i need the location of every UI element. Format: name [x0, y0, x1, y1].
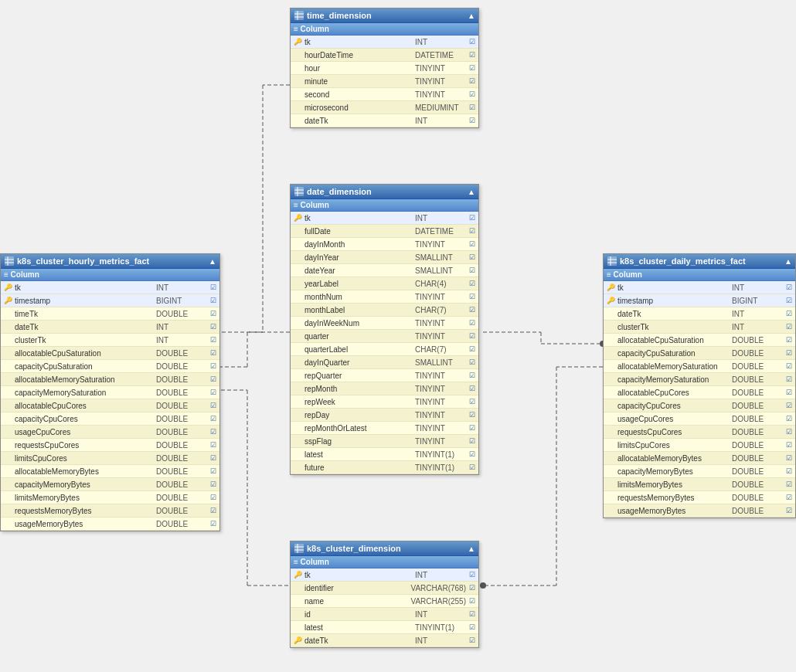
table-row: minute TINYINT ☑: [291, 75, 478, 88]
table-row: yearLabel CHAR(4) ☑: [291, 277, 478, 290]
table-row: 🔑 tk INT ☑: [291, 36, 478, 49]
table-row: dayInYear SMALLINT ☑: [291, 251, 478, 264]
expand-icon-date-dimension[interactable]: ▲: [468, 188, 475, 196]
table-row: 🔑 timestamp BIGINT ☑: [1, 294, 219, 307]
table-row: usageMemoryBytes DOUBLE ☑: [1, 518, 219, 531]
table-row: limitsCpuCores DOUBLE ☑: [1, 452, 219, 465]
table-row: repQuarter TINYINT ☑: [291, 369, 478, 382]
table-row: fullDate DATETIME ☑: [291, 225, 478, 238]
table-row: latest TINYINT(1) ☑: [291, 448, 478, 461]
table-row: capacityCpuSaturation DOUBLE ☑: [604, 347, 795, 360]
table-date-dimension[interactable]: date_dimension ▲ ≡ Column 🔑 tk INT ☑ ful…: [290, 184, 479, 475]
table-row: requestsMemoryBytes DOUBLE ☑: [1, 504, 219, 518]
table-row: 🔑 timestamp BIGINT ☑: [604, 294, 795, 307]
expand-icon-cluster-dim[interactable]: ▲: [468, 545, 475, 553]
table-row: 🔑 tk INT ☑: [1, 281, 219, 294]
table-row: allocatableMemoryBytes DOUBLE ☑: [604, 452, 795, 465]
column-header-label: ≡ Column: [294, 558, 329, 566]
table-row: repMonth TINYINT ☑: [291, 382, 478, 395]
pk-icon: 🔑: [292, 569, 303, 580]
table-row: future TINYINT(1) ☑: [291, 461, 478, 474]
table-row: quarterLabel CHAR(7) ☑: [291, 343, 478, 356]
pk-icon: 🔑: [605, 282, 616, 293]
table-header-hourly: k8s_cluster_hourly_metrics_fact ▲: [1, 254, 219, 269]
fk-icon: 🔑: [292, 635, 303, 646]
table-name-time-dimension: time_dimension: [307, 11, 372, 20]
table-row: allocatableCpuCores DOUBLE ☑: [604, 386, 795, 399]
table-row: clusterTk INT ☑: [604, 321, 795, 334]
table-row: capacityMemorySaturation DOUBLE ☑: [1, 386, 219, 399]
table-row: microsecond MEDIUMINT ☑: [291, 101, 478, 114]
table-row: dateTk INT ☑: [291, 114, 478, 127]
table-row: quarter TINYINT ☑: [291, 330, 478, 343]
column-header-label: ≡ Column: [607, 270, 642, 279]
column-header-label: ≡ Column: [294, 201, 329, 209]
table-grid-icon: [4, 256, 15, 266]
table-row: requestsCpuCores DOUBLE ☑: [604, 426, 795, 439]
table-row: limitsCpuCores DOUBLE ☑: [604, 439, 795, 452]
table-header-date-dimension: date_dimension ▲: [291, 185, 478, 199]
table-row: id INT ☑: [291, 608, 478, 621]
table-time-dimension[interactable]: time_dimension ▲ ≡ Column 🔑 tk INT ☑ hou…: [290, 8, 479, 128]
table-grid-icon: [607, 256, 617, 266]
svg-rect-26: [5, 256, 14, 266]
table-row: usageCpuCores DOUBLE ☑: [604, 412, 795, 426]
pk-icon: 🔑: [292, 212, 303, 223]
table-row: allocatableCpuSaturation DOUBLE ☑: [1, 347, 219, 360]
column-header-label: ≡ Column: [4, 270, 39, 279]
table-header-daily: k8s_cluster_daily_metrics_fact ▲: [604, 254, 795, 269]
table-row: repMonthOrLatest TINYINT ☑: [291, 422, 478, 435]
table-row: capacityCpuCores DOUBLE ☑: [1, 412, 219, 426]
svg-rect-22: [294, 187, 304, 196]
table-k8s-cluster-hourly-metrics-fact[interactable]: k8s_cluster_hourly_metrics_fact ▲ ≡ Colu…: [0, 253, 220, 531]
table-row: capacityMemoryBytes DOUBLE ☑: [1, 478, 219, 491]
column-header-hourly: ≡ Column: [1, 269, 219, 281]
table-row: 🔑 tk INT ☑: [291, 568, 478, 582]
table-row: usageMemoryBytes DOUBLE ☑: [604, 504, 795, 518]
table-name-hourly: k8s_cluster_hourly_metrics_fact: [17, 256, 149, 266]
table-row: requestsCpuCores DOUBLE ☑: [1, 439, 219, 452]
table-row: dateTk INT ☑: [1, 321, 219, 334]
column-header-label: ≡ Column: [294, 25, 329, 33]
svg-rect-18: [294, 11, 304, 20]
table-row: usageCpuCores DOUBLE ☑: [1, 426, 219, 439]
svg-rect-30: [294, 544, 304, 553]
column-header-time-dimension: ≡ Column: [291, 23, 478, 36]
table-row: 🔑 tk INT ☑: [291, 212, 478, 225]
table-row: identifier VARCHAR(768) ☑: [291, 582, 478, 595]
pk-icon: 🔑: [292, 36, 303, 47]
table-row: dayInMonth TINYINT ☑: [291, 238, 478, 251]
expand-icon-time-dimension[interactable]: ▲: [468, 12, 475, 20]
table-row: clusterTk INT ☑: [1, 334, 219, 347]
table-row: dayInWeekNum TINYINT ☑: [291, 317, 478, 330]
table-row: allocatableCpuCores DOUBLE ☑: [1, 399, 219, 412]
pk-icon: 🔑: [2, 295, 13, 306]
column-header-daily: ≡ Column: [604, 269, 795, 281]
pk-icon: 🔑: [605, 295, 616, 306]
expand-icon-hourly[interactable]: ▲: [209, 257, 216, 266]
table-row: monthLabel CHAR(7) ☑: [291, 304, 478, 317]
column-header-date-dimension: ≡ Column: [291, 199, 478, 212]
table-row: second TINYINT ☑: [291, 88, 478, 101]
table-row: sspFlag TINYINT ☑: [291, 435, 478, 448]
table-row: monthNum TINYINT ☑: [291, 290, 478, 304]
diagram-canvas: time_dimension ▲ ≡ Column 🔑 tk INT ☑ hou…: [0, 0, 796, 672]
table-row: allocatableMemorySaturation DOUBLE ☑: [1, 373, 219, 386]
table-row: dayInQuarter SMALLINT ☑: [291, 356, 478, 369]
table-row: timeTk DOUBLE ☑: [1, 307, 219, 321]
table-row: repWeek TINYINT ☑: [291, 395, 478, 409]
expand-icon-daily[interactable]: ▲: [784, 257, 792, 266]
table-header-cluster-dim: k8s_cluster_dimension ▲: [291, 541, 478, 556]
table-row: capacityMemorySaturation DOUBLE ☑: [604, 373, 795, 386]
svg-point-17: [480, 582, 486, 589]
table-k8s-cluster-daily-metrics-fact[interactable]: k8s_cluster_daily_metrics_fact ▲ ≡ Colum…: [603, 253, 796, 518]
table-grid-icon: [294, 10, 304, 21]
table-row: repDay TINYINT ☑: [291, 409, 478, 422]
svg-rect-34: [607, 256, 617, 266]
table-row: requestsMemoryBytes DOUBLE ☑: [604, 491, 795, 504]
table-k8s-cluster-dimension[interactable]: k8s_cluster_dimension ▲ ≡ Column 🔑 tk IN…: [290, 541, 479, 648]
table-name-daily: k8s_cluster_daily_metrics_fact: [620, 256, 746, 266]
table-row: limitsMemoryBytes DOUBLE ☑: [1, 491, 219, 504]
table-row: capacityMemoryBytes DOUBLE ☑: [604, 465, 795, 478]
table-row: capacityCpuSaturation DOUBLE ☑: [1, 360, 219, 373]
